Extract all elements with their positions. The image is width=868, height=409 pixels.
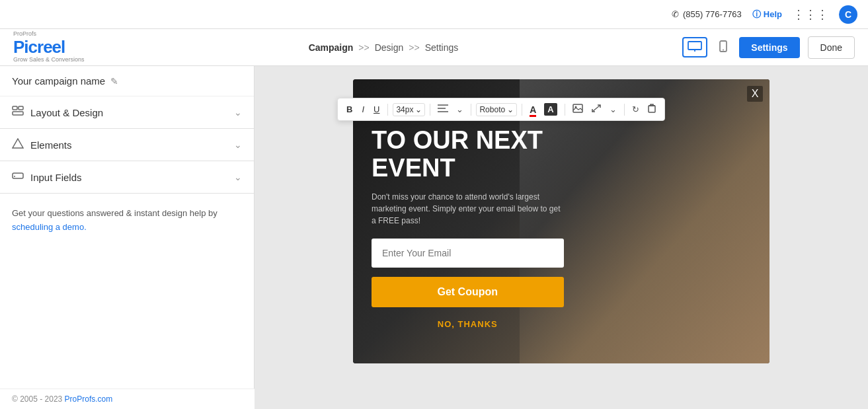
- topbar: ✆ (855) 776-7763 ⓘ Help ⋮⋮⋮ C: [0, 0, 868, 29]
- sidebar: Your campaign name ✎ Layout & Design ⌄: [0, 66, 255, 409]
- breadcrumb: Campaign >> Design >> Settings: [309, 42, 459, 53]
- svg-rect-17: [649, 106, 655, 112]
- accordion-elements-label: Elements: [30, 139, 72, 151]
- toolbar-sep2: [430, 104, 430, 116]
- font-size-select[interactable]: 34px ⌄: [393, 103, 425, 116]
- header: ProProfs Picreel Grow Sales & Conversion…: [0, 29, 868, 66]
- settings-button[interactable]: Settings: [739, 37, 799, 58]
- accordion-inputs-label: Input Fields: [30, 172, 82, 183]
- undo-button[interactable]: ↻: [629, 102, 642, 116]
- apps-icon[interactable]: ⋮⋮⋮: [793, 7, 828, 22]
- accordion-layout: Layout & Design ⌄: [0, 96, 254, 129]
- popup-background: X FREE PASS to our next event Don't miss…: [353, 79, 769, 363]
- toolbar-sep4: [522, 104, 522, 116]
- resize-icon: [591, 104, 602, 113]
- resize-chevron-button[interactable]: ⌄: [607, 102, 619, 116]
- nav-settings[interactable]: Settings: [425, 42, 459, 53]
- header-actions: Settings Done: [682, 36, 855, 59]
- sidebar-help: Get your questions answered & instant de…: [0, 194, 254, 248]
- svg-point-4: [723, 50, 724, 51]
- email-input[interactable]: [372, 239, 564, 268]
- delete-button[interactable]: [645, 101, 659, 118]
- input-icon: [12, 170, 24, 184]
- nav-campaign[interactable]: Campaign: [309, 42, 354, 53]
- image-icon: [572, 104, 583, 113]
- align-icon: [438, 104, 448, 113]
- main-layout: Your campaign name ✎ Layout & Design ⌄: [0, 66, 868, 409]
- highlight-color-button[interactable]: A: [541, 102, 559, 116]
- accordion-inputs: Input Fields ⌄: [0, 161, 254, 194]
- logo: ProProfs Picreel Grow Sales & Conversion…: [13, 31, 85, 63]
- popup-close-button[interactable]: X: [747, 86, 763, 102]
- logo-picreel: Picreel: [13, 38, 85, 57]
- logo-tagline: Grow Sales & Conversions: [13, 57, 85, 63]
- accordion-elements-header[interactable]: Elements ⌄: [0, 129, 254, 161]
- done-button[interactable]: Done: [808, 36, 855, 59]
- desktop-icon: [688, 41, 702, 52]
- get-coupon-button[interactable]: Get Coupon: [372, 277, 564, 307]
- topbar-phone[interactable]: ✆ (855) 776-7763: [672, 9, 742, 19]
- content-area: B I U 34px ⌄ ⌄ Roboto ⌄: [255, 66, 868, 409]
- popup-description: Don't miss your chance to attend world's…: [372, 191, 564, 227]
- toolbar-sep6: [624, 104, 625, 116]
- layout-icon: [12, 106, 24, 119]
- bold-button[interactable]: B: [343, 102, 356, 116]
- phone-number: (855) 776-7763: [683, 9, 742, 19]
- no-thanks-button[interactable]: NO, THANKS: [372, 319, 564, 329]
- svg-marker-8: [13, 139, 23, 148]
- elements-icon: [12, 138, 24, 151]
- font-size-chevron: ⌄: [415, 105, 422, 114]
- toolbar-sep5: [565, 104, 565, 116]
- svg-rect-6: [19, 106, 23, 110]
- accordion-layout-header[interactable]: Layout & Design ⌄: [0, 96, 254, 128]
- desktop-view-button[interactable]: [682, 37, 707, 57]
- avatar[interactable]: C: [839, 5, 857, 24]
- footer-text: © 2005 - 2023: [12, 394, 65, 404]
- campaign-name: Your campaign name: [12, 75, 105, 87]
- nav-design[interactable]: Design: [375, 42, 404, 53]
- help-label: Help: [764, 9, 782, 19]
- help-icon: ⓘ: [752, 9, 761, 20]
- font-family-chevron: ⌄: [507, 105, 514, 114]
- underline-button[interactable]: U: [370, 102, 383, 116]
- svg-rect-5: [13, 106, 17, 110]
- phone-icon: ✆: [672, 9, 679, 19]
- align-button[interactable]: [435, 102, 451, 117]
- accordion-layout-label: Layout & Design: [30, 107, 103, 118]
- align-chevron-button[interactable]: ⌄: [454, 102, 466, 116]
- popup-title-line2: to our next event: [372, 127, 564, 182]
- popup-preview: X FREE PASS to our next event Don't miss…: [353, 79, 769, 363]
- svg-rect-7: [13, 112, 23, 115]
- edit-icon[interactable]: ✎: [110, 76, 118, 87]
- nav-sep2: >>: [409, 42, 419, 53]
- toolbar-sep1: [387, 104, 388, 116]
- image-button[interactable]: [570, 102, 586, 117]
- layout-chevron-icon: ⌄: [234, 107, 242, 118]
- trash-icon: [647, 103, 656, 114]
- footer: © 2005 - 2023 ProProfs.com: [0, 389, 255, 409]
- toolbar-sep3: [471, 104, 471, 116]
- help-text: Get your questions answered & instant de…: [12, 208, 217, 218]
- mobile-view-button[interactable]: [715, 38, 731, 57]
- campaign-name-row: Your campaign name ✎: [0, 66, 254, 96]
- inputs-chevron-icon: ⌄: [234, 172, 242, 182]
- elements-chevron-icon: ⌄: [234, 139, 242, 150]
- italic-button[interactable]: I: [358, 102, 368, 116]
- text-formatting-toolbar: B I U 34px ⌄ ⌄ Roboto ⌄: [337, 98, 665, 121]
- popup-content: FREE PASS to our next event Don't miss y…: [353, 79, 582, 363]
- svg-rect-0: [688, 42, 701, 50]
- nav-sep1: >>: [358, 42, 369, 53]
- mobile-icon: [719, 40, 727, 52]
- svg-rect-14: [573, 104, 582, 112]
- proprofs-link[interactable]: ProProfs.com: [65, 394, 113, 404]
- topbar-help[interactable]: ⓘ Help: [752, 9, 782, 20]
- text-color-button[interactable]: A: [527, 102, 539, 117]
- accordion-inputs-header[interactable]: Input Fields ⌄: [0, 161, 254, 193]
- accordion-elements: Elements ⌄: [0, 129, 254, 161]
- font-family-select[interactable]: Roboto ⌄: [476, 103, 517, 116]
- resize-button[interactable]: [588, 102, 604, 117]
- svg-line-16: [592, 105, 600, 112]
- demo-link[interactable]: scheduling a demo.: [12, 222, 87, 232]
